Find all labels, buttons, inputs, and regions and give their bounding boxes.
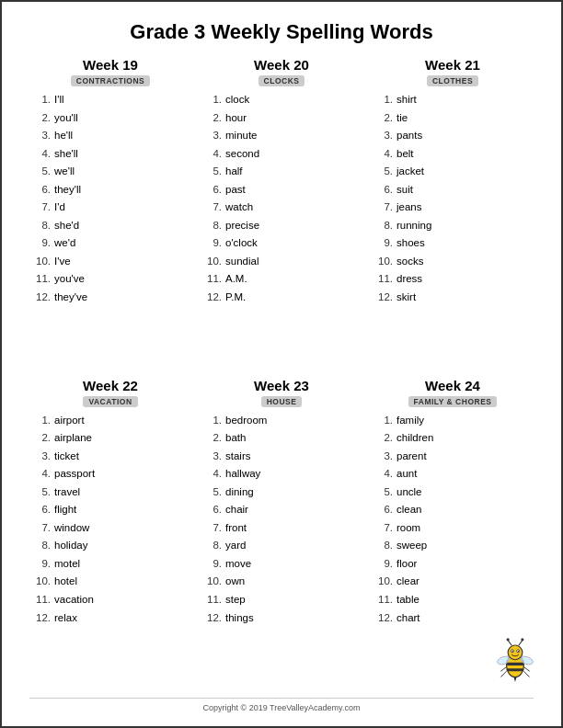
list-item: 3.stairs bbox=[205, 448, 362, 466]
list-item: 5.travel bbox=[34, 483, 191, 502]
week-24-badge: FAMILY & CHORES bbox=[408, 396, 498, 407]
list-item: 5.jacket bbox=[376, 163, 534, 181]
list-item: 7.watch bbox=[205, 199, 362, 217]
list-item: 10.sundial bbox=[205, 253, 362, 271]
list-item: 12.chart bbox=[376, 609, 534, 628]
svg-line-8 bbox=[508, 641, 511, 646]
list-item: 10.hotel bbox=[34, 573, 191, 591]
list-item: 10.I've bbox=[34, 253, 191, 271]
list-item: 2.airplane bbox=[34, 429, 191, 448]
list-item: 8.precise bbox=[205, 217, 362, 235]
list-item: 6.suit bbox=[376, 181, 534, 199]
list-item: 8.she'd bbox=[34, 217, 191, 235]
list-item: 2.hour bbox=[205, 109, 362, 128]
list-item: 9.floor bbox=[376, 555, 534, 574]
list-item: 12.they've bbox=[34, 289, 191, 307]
svg-rect-1 bbox=[507, 663, 524, 665]
svg-rect-2 bbox=[507, 668, 524, 671]
list-item: 4.she'll bbox=[34, 145, 191, 164]
list-item: 8.running bbox=[376, 217, 534, 235]
list-item: 9.we'd bbox=[34, 234, 191, 253]
list-item: 5.uncle bbox=[376, 483, 534, 502]
week-22-title: Week 22 bbox=[83, 378, 138, 393]
list-item: 11.you've bbox=[34, 270, 191, 289]
list-item: 6.flight bbox=[34, 501, 191, 519]
list-item: 6.past bbox=[205, 181, 362, 199]
svg-line-18 bbox=[523, 671, 529, 677]
svg-point-11 bbox=[521, 638, 523, 641]
list-item: 2.you'll bbox=[34, 109, 191, 128]
list-item: 5.dining bbox=[205, 483, 362, 502]
list-item: 5.we'll bbox=[34, 163, 191, 181]
list-item: 1.clock bbox=[205, 91, 362, 109]
svg-marker-14 bbox=[513, 677, 516, 683]
main-title: Grade 3 Weekly Spelling Words bbox=[29, 20, 534, 44]
week-24-section: Week 24 FAMILY & CHORES 1.family 2.child… bbox=[372, 378, 534, 691]
list-item: 3.parent bbox=[376, 448, 534, 466]
list-item: 11.dress bbox=[376, 270, 534, 289]
week-23-section: Week 23 HOUSE 1.bedroom 2.bath 3.stairs … bbox=[201, 378, 362, 691]
list-item: 2.bath bbox=[205, 429, 362, 448]
list-item: 4.aunt bbox=[376, 465, 534, 483]
list-item: 8.sweep bbox=[376, 537, 534, 555]
svg-point-6 bbox=[511, 651, 513, 653]
week-20-title: Week 20 bbox=[254, 57, 309, 73]
list-item: 7.jeans bbox=[376, 199, 534, 217]
list-item: 3.he'll bbox=[34, 127, 191, 145]
week-24-list: 1.family 2.children 3.parent 4.aunt 5.un… bbox=[372, 412, 534, 628]
list-item: 12.skirt bbox=[376, 289, 534, 307]
list-item: 11.vacation bbox=[34, 591, 191, 609]
list-item: 9.o'clock bbox=[205, 234, 362, 253]
svg-line-16 bbox=[523, 667, 529, 672]
list-item: 7.front bbox=[205, 519, 362, 538]
list-item: 2.tie bbox=[376, 109, 534, 128]
week-23-badge: HOUSE bbox=[261, 396, 303, 407]
list-item: 9.motel bbox=[34, 555, 191, 574]
week-20-list: 1.clock 2.hour 3.minute 4.second 5.half … bbox=[201, 91, 362, 307]
svg-point-3 bbox=[508, 645, 523, 660]
week-21-badge: CLOTHES bbox=[427, 75, 478, 86]
week-23-title: Week 23 bbox=[254, 378, 309, 393]
svg-point-9 bbox=[507, 638, 510, 641]
list-item: 10.socks bbox=[376, 253, 534, 271]
list-item: 4.hallway bbox=[205, 465, 362, 483]
week-24-title: Week 24 bbox=[425, 378, 480, 393]
list-item: 3.minute bbox=[205, 127, 362, 145]
svg-line-10 bbox=[519, 641, 523, 646]
list-item: 7.window bbox=[34, 519, 191, 538]
bee-mascot-icon bbox=[492, 635, 538, 686]
week-22-badge: VACATION bbox=[83, 396, 137, 407]
footer-text: Copyright © 2019 TreeValleyAcademy.com bbox=[29, 698, 534, 712]
list-item: 9.shoes bbox=[376, 234, 534, 253]
list-item: 1.shirt bbox=[376, 91, 534, 109]
list-item: 7.room bbox=[376, 519, 534, 538]
week-23-list: 1.bedroom 2.bath 3.stairs 4.hallway 5.di… bbox=[201, 412, 362, 628]
list-item: 1.I'll bbox=[34, 91, 191, 109]
list-item: 8.holiday bbox=[34, 537, 191, 555]
week-21-title: Week 21 bbox=[425, 57, 480, 73]
list-item: 9.move bbox=[205, 555, 362, 574]
list-item: 11.table bbox=[376, 591, 534, 609]
list-item: 5.half bbox=[205, 163, 362, 181]
list-item: 10.clear bbox=[376, 573, 534, 591]
list-item: 11.A.M. bbox=[205, 270, 362, 289]
list-item: 12.things bbox=[205, 609, 362, 628]
week-20-badge: CLOCKS bbox=[259, 75, 305, 86]
list-item: 12.P.M. bbox=[205, 289, 362, 307]
list-item: 10.own bbox=[205, 573, 362, 591]
list-item: 1.airport bbox=[34, 412, 191, 430]
list-item: 6.clean bbox=[376, 501, 534, 519]
svg-line-15 bbox=[500, 667, 506, 672]
list-item: 6.they'll bbox=[34, 181, 191, 199]
list-item: 6.chair bbox=[205, 501, 362, 519]
week-19-badge: CONTRACTIONS bbox=[71, 75, 150, 86]
week-21-list: 1.shirt 2.tie 3.pants 4.belt 5.jacket 6.… bbox=[372, 91, 534, 307]
list-item: 1.family bbox=[376, 412, 534, 430]
list-item: 4.belt bbox=[376, 145, 534, 164]
page: Grade 3 Weekly Spelling Words Week 19 CO… bbox=[0, 0, 563, 728]
list-item: 2.children bbox=[376, 429, 534, 448]
week-19-title: Week 19 bbox=[83, 57, 138, 73]
list-item: 7.I'd bbox=[34, 199, 191, 217]
list-item: 1.bedroom bbox=[205, 412, 362, 430]
list-item: 3.ticket bbox=[34, 448, 191, 466]
